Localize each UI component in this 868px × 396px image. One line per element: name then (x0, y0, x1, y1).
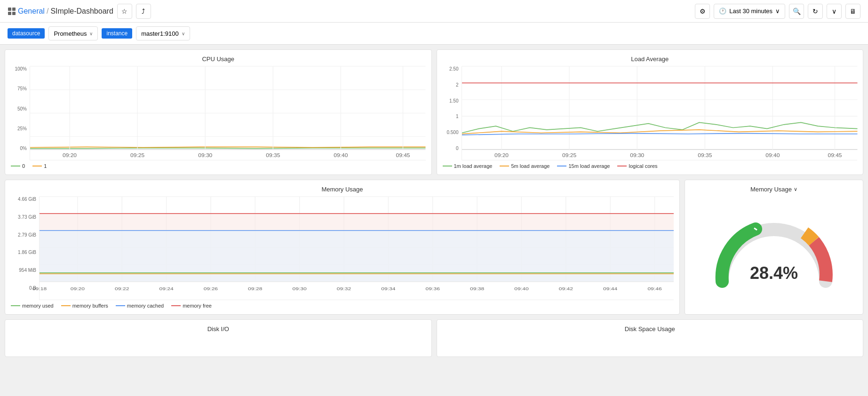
share-button[interactable]: ⤴ (136, 4, 151, 19)
datasource-dropdown[interactable]: Prometheus ∨ (48, 26, 98, 40)
breadcrumb-general[interactable]: General (18, 7, 45, 16)
cpu-legend-1-label: 1 (44, 163, 47, 169)
load-legend-1m-label: 1m load average (454, 163, 493, 169)
svg-text:09:42: 09:42 (559, 286, 573, 291)
memory-legend: memory used memory buffers memory cached… (11, 303, 674, 309)
load-legend-5m: 5m load average (500, 163, 549, 169)
memory-usage-panel: Memory Usage 4.66 GiB 3.73 GiB 2.79 GiB … (5, 180, 680, 315)
svg-text:09:26: 09:26 (204, 286, 218, 291)
svg-text:09:45: 09:45 (396, 153, 410, 158)
star-button[interactable]: ☆ (117, 4, 132, 19)
memory-cached-line (116, 305, 125, 306)
disk-space-panel: Disk Space Usage (437, 319, 864, 357)
cpu-legend-0-line (11, 166, 20, 166)
svg-text:09:40: 09:40 (765, 153, 780, 158)
memory-y-axis: 4.66 GiB 3.73 GiB 2.79 GiB 1.86 GiB 954 … (11, 197, 39, 300)
memory-legend-buffers: memory buffers (61, 303, 108, 309)
svg-rect-0 (8, 8, 11, 11)
load-chart-plot: 09:20 09:25 09:30 09:35 09:40 09:45 (462, 66, 858, 160)
load-average-title: Load Average (443, 55, 858, 63)
load-legend: 1m load average 5m load average 15m load… (443, 163, 858, 169)
datasource-value: Prometheus (54, 30, 87, 37)
breadcrumb: General / SImple-Dashboard (8, 7, 113, 16)
load-legend-5m-label: 5m load average (511, 163, 549, 169)
memory-free-label: memory free (183, 303, 212, 309)
memory-free-line (171, 305, 181, 306)
memory-legend-free: memory free (171, 303, 212, 309)
disk-io-panel: Disk I/O (5, 319, 432, 357)
load-chart-svg: 09:20 09:25 09:30 09:35 09:40 09:45 (462, 66, 858, 160)
dashboard: CPU Usage 100% 75% 50% 25% 0% (0, 45, 868, 362)
cpu-legend-0-label: 0 (22, 163, 25, 169)
svg-text:09:20: 09:20 (63, 153, 77, 158)
time-range-button[interactable]: 🕐 Last 30 minutes ∨ (714, 4, 785, 19)
svg-text:09:40: 09:40 (514, 286, 528, 291)
load-legend-cores-line (617, 166, 627, 166)
cpu-chart-plot: 09:20 09:25 09:30 09:35 09:40 09:45 (30, 66, 426, 160)
instance-caret-icon: ∨ (182, 31, 185, 36)
memory-legend-cached: memory cached (116, 303, 164, 309)
svg-text:09:25: 09:25 (130, 153, 144, 158)
memory-gauge-dropdown-icon[interactable]: ∨ (794, 186, 797, 192)
grid-icon (8, 7, 16, 16)
svg-text:09:28: 09:28 (248, 286, 262, 291)
breadcrumb-separator: / (47, 7, 48, 16)
tv-mode-button[interactable]: 🖥 (845, 4, 860, 19)
time-caret-icon: ∨ (775, 8, 780, 15)
header: General / SImple-Dashboard ☆ ⤴ ⚙ 🕐 Last … (0, 0, 868, 23)
instance-value: master1:9100 (141, 30, 179, 37)
svg-text:09:44: 09:44 (603, 286, 617, 291)
svg-text:28.4%: 28.4% (750, 263, 798, 283)
memory-gauge-title: Memory Usage (750, 186, 792, 193)
header-left: General / SImple-Dashboard ☆ ⤴ (8, 4, 151, 19)
cpu-legend-0: 0 (11, 163, 25, 169)
datasource-label: datasource (8, 28, 45, 39)
cpu-usage-title: CPU Usage (11, 55, 426, 63)
svg-text:09:18: 09:18 (32, 286, 47, 291)
svg-text:09:25: 09:25 (562, 153, 576, 158)
memory-usage-title: Memory Usage (11, 186, 674, 193)
cpu-y-axis: 100% 75% 50% 25% 0% (11, 66, 30, 160)
load-legend-15m-line (557, 166, 566, 166)
zoom-out-button[interactable]: 🔍 (789, 4, 804, 19)
svg-text:09:30: 09:30 (198, 153, 212, 158)
svg-text:09:38: 09:38 (470, 286, 484, 291)
load-legend-cores: logical cores (617, 163, 657, 169)
memory-gauge-title-row: Memory Usage ∨ (750, 186, 797, 193)
svg-text:09:20: 09:20 (494, 153, 509, 158)
svg-text:09:36: 09:36 (426, 286, 440, 291)
memory-gauge-panel: Memory Usage ∨ 28.4% (685, 180, 863, 315)
svg-text:09:20: 09:20 (71, 286, 85, 291)
svg-text:09:40: 09:40 (334, 153, 348, 158)
instance-dropdown[interactable]: master1:9100 ∨ (136, 26, 190, 40)
svg-text:09:30: 09:30 (630, 153, 644, 158)
refresh-dropdown-button[interactable]: ∨ (827, 4, 842, 19)
load-legend-15m: 15m load average (557, 163, 610, 169)
svg-rect-3 (12, 12, 16, 15)
breadcrumb-dashboard[interactable]: SImple-Dashboard (50, 7, 113, 16)
refresh-button[interactable]: ↻ (808, 4, 823, 19)
memory-row: Memory Usage 4.66 GiB 3.73 GiB 2.79 GiB … (5, 180, 863, 315)
cpu-legend-1-line (32, 166, 42, 166)
memory-chart-plot: 09:18 09:20 09:22 09:24 09:26 09:28 09:3… (39, 197, 674, 300)
settings-button[interactable]: ⚙ (695, 4, 710, 19)
clock-icon: 🕐 (719, 8, 726, 15)
cpu-legend: 0 1 (11, 163, 426, 169)
svg-rect-1 (12, 8, 16, 11)
bottom-row: Disk I/O Disk Space Usage (5, 319, 863, 357)
memory-chart-svg: 09:18 09:20 09:22 09:24 09:26 09:28 09:3… (40, 197, 674, 300)
cpu-legend-1: 1 (32, 163, 47, 169)
gauge-container: 28.4% (713, 193, 835, 309)
load-average-panel: Load Average 2.50 2 1.50 1 0.500 0 (437, 49, 864, 175)
datasource-caret-icon: ∨ (89, 31, 93, 36)
memory-buffers-label: memory buffers (72, 303, 108, 309)
load-legend-1m-line (443, 166, 452, 166)
header-actions: ⚙ 🕐 Last 30 minutes ∨ 🔍 ↻ ∨ 🖥 (695, 4, 860, 19)
disk-space-title: Disk Space Usage (443, 325, 858, 333)
load-y-axis: 2.50 2 1.50 1 0.500 0 (443, 66, 462, 160)
svg-rect-2 (8, 12, 11, 15)
svg-text:09:24: 09:24 (159, 286, 173, 291)
memory-used-label: memory used (22, 303, 54, 309)
load-legend-5m-line (500, 166, 509, 166)
gauge-svg: 28.4% (713, 213, 835, 288)
